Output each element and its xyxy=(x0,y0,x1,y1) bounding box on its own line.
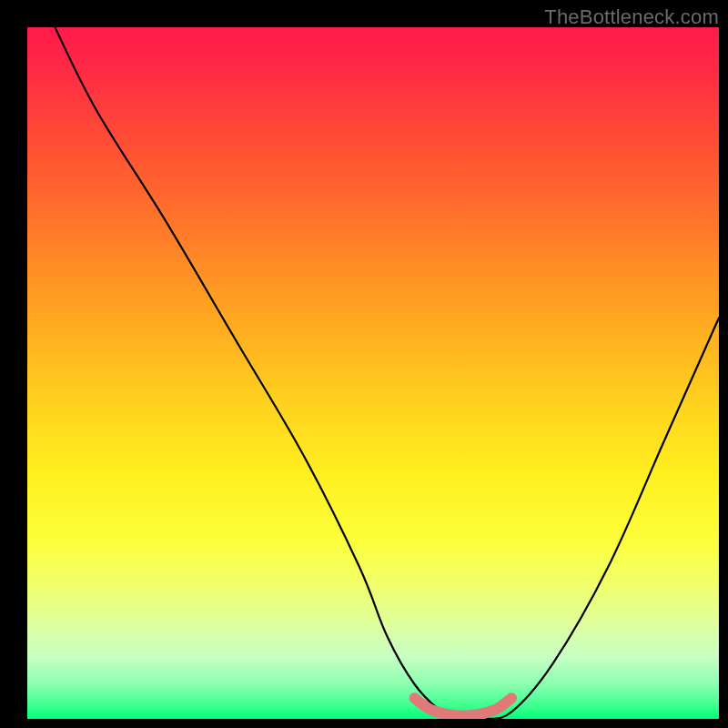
curve-svg xyxy=(27,27,719,719)
plot-area xyxy=(27,27,719,719)
watermark-text: TheBottleneck.com xyxy=(544,5,719,29)
bottleneck-curve xyxy=(55,27,719,719)
